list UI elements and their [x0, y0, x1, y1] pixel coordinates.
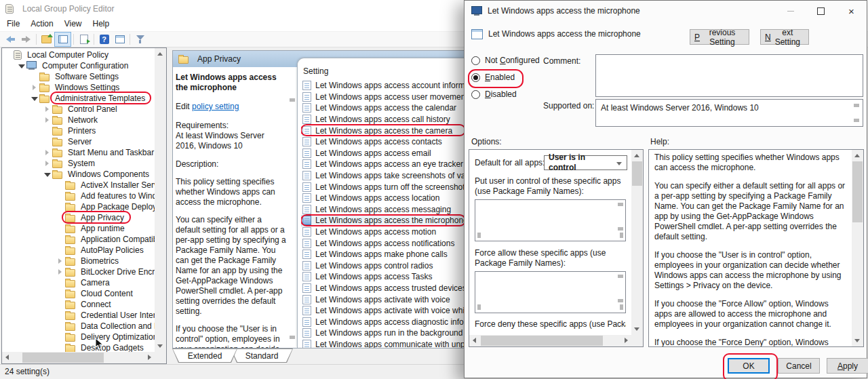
tree-item-app-package-deployment[interactable]: App Package Deployment [2, 201, 155, 212]
forward-icon[interactable] [18, 33, 34, 46]
tree-item-printers[interactable]: Printers [2, 125, 155, 136]
setting-item-let-windows-apps-access-an-eye-tracker-device[interactable]: Let Windows apps access an eye tracker d… [301, 159, 467, 170]
scroll-up-icon[interactable] [634, 154, 639, 157]
tree-horizontal-scrollbar[interactable] [2, 352, 155, 363]
chevron-collapsed-icon[interactable] [43, 115, 51, 125]
chevron-collapsed-icon[interactable] [43, 104, 51, 115]
setting-item-let-windows-apps-make-phone-calls[interactable]: Let Windows apps make phone calls [301, 249, 467, 260]
menu-file[interactable]: File [1, 17, 25, 31]
tree-item-system[interactable]: System [2, 158, 155, 169]
scroll-down-icon[interactable] [157, 344, 163, 348]
comment-input[interactable] [595, 54, 863, 97]
put-user-in-control-listbox[interactable] [475, 199, 626, 241]
menu-help[interactable]: Help [87, 17, 115, 31]
tree-item-control-panel[interactable]: Control Panel [2, 104, 155, 115]
tree-item-windows-components[interactable]: Windows Components [2, 169, 155, 180]
tree-item-app-runtime[interactable]: App runtime [2, 223, 155, 234]
scrollbar-thumb[interactable] [852, 161, 863, 222]
setting-item-let-windows-apps-access-contacts[interactable]: Let Windows apps access contacts [301, 136, 467, 148]
show-tree-icon[interactable] [54, 32, 71, 47]
setting-item-let-windows-apps-access-messaging[interactable]: Let Windows apps access messaging [301, 204, 467, 216]
setting-item-let-windows-apps-access-the-calendar[interactable]: Let Windows apps access the calendar [301, 102, 467, 114]
setting-item-let-windows-apps-access-email[interactable]: Let Windows apps access email [301, 148, 467, 159]
chevron-expanded-icon[interactable] [18, 60, 25, 71]
settings-column-header[interactable]: Setting [303, 66, 328, 76]
next-setting-button[interactable]: Next Setting [760, 29, 809, 45]
setting-item-let-windows-apps-access-account-information[interactable]: Let Windows apps access account informat… [301, 80, 467, 92]
scroll-down-icon[interactable] [854, 339, 860, 342]
scroll-up-icon[interactable] [854, 154, 860, 157]
setting-item-let-windows-apps-communicate-with-unpaired-d[interactable]: Let Windows apps communicate with unpair… [301, 339, 467, 348]
export-list-icon[interactable] [76, 33, 92, 46]
help-icon[interactable] [96, 33, 112, 46]
tree-item-computer-configuration[interactable]: Computer Configuration [2, 60, 155, 71]
scrollbar-thumb[interactable] [481, 336, 603, 346]
tree-item-windows-settings[interactable]: Windows Settings [2, 82, 155, 93]
scroll-right-icon[interactable] [148, 355, 151, 360]
setting-item-let-windows-apps-access-trusted-devices[interactable]: Let Windows apps access trusted devices [301, 283, 467, 294]
new-window-icon[interactable] [112, 33, 127, 46]
maximize-button[interactable] [806, 1, 836, 21]
up-folder-icon[interactable] [39, 33, 54, 46]
tree-item-add-features-to-windows-10[interactable]: Add features to Windows 10 [2, 191, 155, 201]
tree-item-desktop-gadgets[interactable]: Desktop Gadgets [2, 342, 155, 352]
tree-item-camera[interactable]: Camera [2, 277, 155, 288]
tree-item-application-compatibility[interactable]: Application Compatibility [2, 234, 155, 245]
setting-item-let-windows-apps-access-location[interactable]: Let Windows apps access location [301, 193, 467, 204]
setting-item-let-windows-apps-access-notifications[interactable]: Let Windows apps access notifications [301, 237, 467, 249]
setting-item-let-windows-apps-access-diagnostic-information[interactable]: Let Windows apps access diagnostic infor… [301, 316, 467, 327]
previous-setting-button[interactable]: Previous Setting [690, 29, 749, 45]
options-horizontal-scrollbar[interactable] [469, 335, 631, 346]
help-vertical-scrollbar[interactable] [852, 150, 863, 346]
tree-item-connect[interactable]: Connect [2, 299, 155, 310]
tree-item-bitlocker-drive-encryption[interactable]: BitLocker Drive Encryption [2, 266, 155, 277]
menu-view[interactable]: View [59, 17, 87, 31]
setting-item-let-windows-apps-take-screenshots-of-various-wi[interactable]: Let Windows apps take screenshots of var… [301, 170, 467, 182]
radio-enabled[interactable]: Enabled [471, 72, 540, 83]
chevron-collapsed-icon[interactable] [43, 147, 51, 158]
ok-button[interactable]: OK [728, 358, 770, 374]
scrollbar-thumb[interactable] [632, 161, 642, 186]
setting-item-let-windows-apps-access-the-camera[interactable]: Let Windows apps access the camera [301, 125, 467, 136]
tree-item-activex-installer-service[interactable]: ActiveX Installer Service [2, 180, 155, 191]
setting-item-let-windows-apps-access-the-microphone[interactable]: Let Windows apps access the microphone [301, 215, 467, 226]
menu-action[interactable]: Action [25, 17, 58, 31]
scroll-up-icon[interactable] [157, 52, 163, 56]
setting-item-let-windows-apps-access-motion[interactable]: Let Windows apps access motion [301, 226, 467, 238]
tree-item-autoplay-policies[interactable]: AutoPlay Policies [2, 245, 155, 256]
tree-item-biometrics[interactable]: Biometrics [2, 256, 155, 266]
scroll-up-icon[interactable] [290, 98, 295, 102]
default-for-all-apps-dropdown[interactable]: User is in control [544, 155, 627, 170]
setting-item-let-windows-apps-run-in-the-background[interactable]: Let Windows apps run in the background [301, 327, 467, 339]
tree-item-administrative-templates[interactable]: Administrative Templates [2, 93, 155, 104]
apply-button[interactable]: Apply [827, 358, 868, 374]
close-button[interactable]: × [836, 1, 867, 21]
tree-item-start-menu-and-taskbar[interactable]: Start Menu and Taskbar [2, 147, 155, 158]
chevron-expanded-icon[interactable] [43, 169, 51, 180]
tree-item-server[interactable]: Server [2, 136, 155, 147]
tree-item-network[interactable]: Network [2, 115, 155, 125]
scroll-right-icon[interactable] [625, 338, 628, 343]
chevron-collapsed-icon[interactable] [31, 82, 38, 93]
setting-item-let-windows-apps-access-tasks[interactable]: Let Windows apps access Tasks [301, 271, 467, 283]
chevron-collapsed-icon[interactable] [56, 256, 64, 266]
tab-extended[interactable]: Extended [172, 348, 237, 363]
filter-icon[interactable] [132, 33, 148, 46]
tree-item-data-collection-and-preview-b[interactable]: Data Collection and Preview B [2, 321, 155, 332]
tree-item-credential-user-interface[interactable]: Credential User Interface [2, 310, 155, 321]
setting-item-let-windows-apps-activate-with-voice[interactable]: Let Windows apps activate with voice [301, 294, 467, 305]
edit-policy-setting-link[interactable]: policy setting [192, 102, 239, 111]
scroll-left-icon[interactable] [5, 355, 9, 360]
back-icon[interactable] [3, 33, 18, 46]
setting-item-let-windows-apps-access-user-movements-while[interactable]: Let Windows apps access user movements w… [301, 92, 467, 103]
tree-item-app-privacy[interactable]: App Privacy [2, 212, 155, 223]
setting-item-let-windows-apps-access-call-history[interactable]: Let Windows apps access call history [301, 114, 467, 125]
setting-item-let-windows-apps-activate-with-voice-while-the-s[interactable]: Let Windows apps activate with voice whi… [301, 305, 467, 317]
options-vertical-scrollbar[interactable] [631, 150, 643, 335]
tree-item-delivery-optimization[interactable]: Delivery Optimization [2, 332, 155, 342]
radio-disabled[interactable]: Disabled [471, 89, 540, 100]
scrollbar-thumb[interactable] [22, 353, 104, 363]
scroll-left-icon[interactable] [473, 338, 476, 343]
tree-item-software-settings[interactable]: Software Settings [2, 71, 155, 82]
chevron-expanded-icon[interactable] [31, 93, 38, 104]
